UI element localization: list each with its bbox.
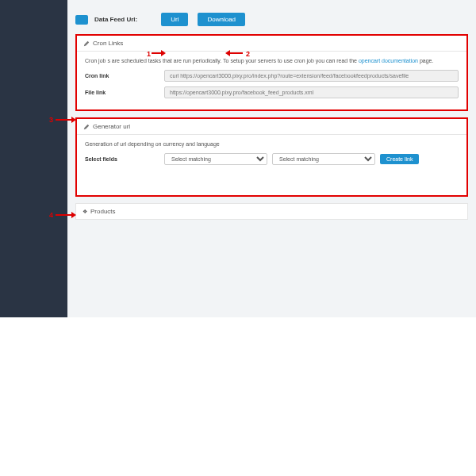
- cron-links-panel: Cron Links Cron job s are scheduled task…: [75, 34, 468, 111]
- arrow-4: [56, 214, 73, 216]
- file-link-input[interactable]: https://opencart3000.pixy.pro/facebook_f…: [164, 86, 459, 98]
- matching-select-2[interactable]: Select matching: [272, 153, 375, 165]
- pencil-icon: [83, 124, 90, 130]
- cron-title: Cron Links: [93, 40, 123, 47]
- create-link-button[interactable]: Create link: [380, 154, 419, 164]
- generator-title: Generator url: [93, 123, 130, 130]
- generator-panel-header: Generator url: [77, 119, 466, 135]
- cron-description: Cron job s are scheduled tasks that are …: [85, 58, 459, 63]
- data-feed-row: Data Feed Url: Url Download: [75, 8, 468, 34]
- annotation-1: 1: [147, 50, 151, 58]
- products-panel-header: ❖ Products: [75, 203, 468, 220]
- generator-url-panel: Generator url Generation of url dependin…: [75, 117, 468, 197]
- admin-sidebar: [0, 0, 67, 317]
- cron-link-label: Cron link: [85, 73, 164, 79]
- arrow-1: [152, 52, 163, 54]
- feed-icon: [75, 15, 88, 25]
- chevron-icon: ❖: [83, 209, 87, 215]
- products-title: Products: [90, 208, 116, 215]
- select-fields-label: Select fields: [85, 156, 164, 162]
- doc-link[interactable]: opencart documentation: [359, 58, 418, 63]
- cron-panel-header: Cron Links: [77, 36, 466, 52]
- main-content: Data Feed Url: Url Download Cron Links C…: [67, 0, 476, 317]
- data-feed-label: Data Feed Url:: [94, 16, 137, 23]
- annotation-4: 4: [49, 211, 53, 219]
- arrow-3: [56, 119, 73, 121]
- file-link-label: File link: [85, 90, 164, 95]
- annotation-2: 2: [246, 50, 250, 58]
- download-button[interactable]: Download: [198, 13, 245, 26]
- annotation-3: 3: [49, 116, 53, 124]
- generator-description: Generation of url depending on currency …: [85, 141, 459, 147]
- arrow-2: [228, 52, 243, 54]
- url-button[interactable]: Url: [161, 13, 188, 26]
- pencil-icon: [83, 40, 90, 47]
- matching-select-1[interactable]: Select matching: [164, 153, 267, 165]
- cron-link-input[interactable]: curl https://opencart3000.pixy.pro/index…: [164, 70, 459, 82]
